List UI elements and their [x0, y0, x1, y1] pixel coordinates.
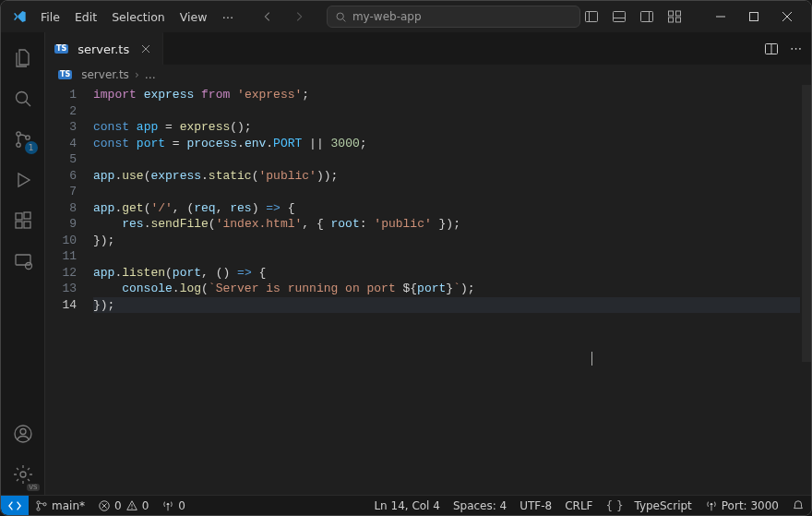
status-remote-icon[interactable] [1, 496, 29, 515]
code-line[interactable] [93, 103, 800, 120]
svg-point-43 [710, 502, 713, 505]
svg-rect-21 [16, 213, 22, 220]
activity-debug-icon[interactable] [1, 160, 45, 200]
split-editor-icon[interactable] [764, 42, 779, 56]
menu-view[interactable]: View [173, 6, 214, 28]
activity-search-icon[interactable] [1, 78, 45, 119]
svg-rect-6 [641, 12, 653, 22]
scrollbar-thumb[interactable] [802, 85, 811, 362]
status-ports[interactable]: 0 [155, 496, 192, 515]
typescript-file-icon: TS [58, 70, 72, 79]
editor-tabbar: TS server.ts ⋯ [45, 32, 811, 65]
status-branch[interactable]: main* [29, 496, 91, 515]
radio-tower-icon [705, 499, 718, 512]
warning-icon [125, 499, 138, 512]
code-line[interactable]: }); [93, 233, 800, 249]
activity-explorer-icon[interactable] [1, 38, 45, 78]
vscode-logo-icon [12, 9, 27, 24]
menu-bar: File Edit Selection View ⋯ [34, 6, 240, 28]
tab-filename: server.ts [78, 42, 129, 56]
line-number: 7 [45, 184, 77, 200]
window-close-icon[interactable] [770, 3, 804, 30]
code-line[interactable]: const port = process.env.PORT || 3000; [93, 136, 800, 152]
svg-point-42 [167, 502, 170, 505]
svg-point-19 [16, 143, 19, 147]
status-notifications-icon[interactable] [785, 499, 811, 512]
code-line[interactable]: const app = express(); [93, 119, 800, 136]
tab-server-ts[interactable]: TS server.ts [45, 32, 163, 65]
code-line[interactable]: import express from 'express'; [93, 87, 800, 103]
text-cursor [591, 352, 592, 366]
line-number: 13 [45, 281, 77, 297]
svg-rect-22 [16, 222, 22, 228]
breadcrumb[interactable]: TS server.ts › … [45, 65, 811, 85]
git-branch-icon [35, 499, 48, 512]
layout-sidebar-right-icon[interactable] [639, 9, 654, 24]
activity-settings-icon[interactable]: VS [1, 454, 45, 495]
line-number: 14 [45, 297, 77, 314]
code-line[interactable] [93, 151, 800, 168]
status-language[interactable]: { } TypeScript [600, 499, 699, 512]
activity-extensions-icon[interactable] [1, 200, 45, 241]
layout-sidebar-left-icon[interactable] [584, 9, 599, 24]
code-line[interactable] [93, 184, 800, 200]
editor-more-icon[interactable]: ⋯ [790, 42, 802, 55]
status-indentation[interactable]: Spaces: 4 [447, 499, 513, 512]
breadcrumb-tail: … [145, 68, 156, 81]
line-number: 9 [45, 216, 77, 233]
command-center-search[interactable]: my-web-app [327, 6, 580, 28]
svg-rect-11 [676, 18, 681, 22]
svg-rect-10 [669, 18, 674, 22]
code-line[interactable] [93, 248, 800, 265]
svg-rect-24 [24, 212, 30, 219]
code-line[interactable]: app.get('/', (req, res) => { [93, 200, 800, 217]
svg-line-17 [26, 102, 30, 106]
svg-rect-2 [586, 12, 598, 22]
status-port-forward[interactable]: Port: 3000 [699, 499, 785, 512]
svg-rect-25 [16, 255, 30, 265]
tab-close-icon[interactable] [138, 42, 153, 56]
status-cursor-position[interactable]: Ln 14, Col 4 [367, 499, 447, 512]
activity-source-control-icon[interactable]: 1 [1, 119, 45, 160]
menu-more[interactable]: ⋯ [215, 6, 240, 28]
code-line[interactable]: app.use(express.static('public')); [93, 168, 800, 185]
svg-point-16 [16, 92, 27, 103]
code-line[interactable]: console.log(`Server is running on port $… [93, 281, 800, 297]
settings-vs-badge: VS [27, 484, 39, 491]
menu-edit[interactable]: Edit [68, 6, 103, 28]
nav-forward-icon[interactable] [292, 9, 306, 24]
code-line[interactable]: }); [93, 297, 800, 314]
line-number: 1 [45, 87, 77, 103]
svg-point-26 [25, 263, 31, 270]
status-problems[interactable]: 0 0 [91, 496, 155, 515]
chevron-right-icon: › [135, 68, 139, 81]
activity-remote-explorer-icon[interactable] [1, 241, 45, 282]
status-bar: main* 0 0 0 Ln 14, Col 4 Spaces: 4 UTF-8… [1, 495, 811, 515]
customize-layout-icon[interactable] [667, 9, 682, 24]
nav-back-icon[interactable] [260, 9, 275, 24]
svg-point-41 [131, 508, 132, 509]
search-placeholder: my-web-app [352, 10, 422, 23]
menu-selection[interactable]: Selection [105, 6, 172, 28]
code-editor[interactable]: 1234567891011121314 import express from … [45, 85, 811, 495]
svg-point-29 [20, 472, 26, 477]
editor-scrollbar[interactable] [800, 85, 811, 495]
line-number: 11 [45, 248, 77, 265]
window-maximize-icon[interactable] [737, 3, 770, 30]
layout-panel-icon[interactable] [612, 9, 627, 24]
window-minimize-icon[interactable] [704, 3, 737, 30]
code-line[interactable]: res.sendFile('index.html', { root: 'publ… [93, 216, 800, 233]
code-line[interactable]: app.listen(port, () => { [93, 265, 800, 282]
breadcrumb-filename: server.ts [81, 68, 129, 81]
svg-rect-23 [24, 222, 30, 228]
svg-point-34 [37, 500, 40, 503]
activity-accounts-icon[interactable] [1, 414, 45, 454]
status-encoding[interactable]: UTF-8 [513, 499, 558, 512]
workbench-body: 1 VS TS server.ts [1, 32, 811, 495]
editor-group: TS server.ts ⋯ TS server.ts › … 12345678… [45, 32, 811, 495]
svg-point-0 [337, 13, 343, 19]
status-eol[interactable]: CRLF [558, 499, 599, 512]
svg-point-36 [43, 502, 46, 505]
code-content[interactable]: import express from 'express';const app … [93, 85, 800, 495]
menu-file[interactable]: File [34, 6, 66, 28]
